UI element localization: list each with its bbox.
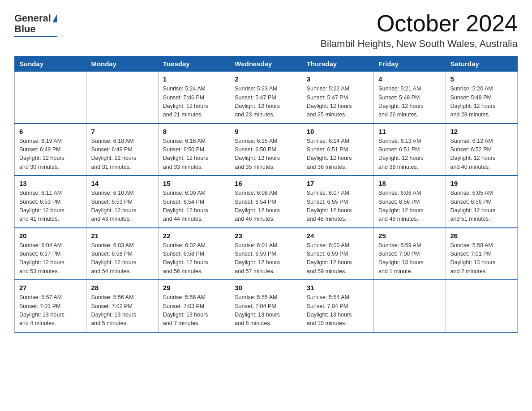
day-info: Sunrise: 6:12 AM Sunset: 6:52 PM Dayligh…: [450, 137, 513, 172]
weekday-header-tuesday: Tuesday: [158, 56, 230, 72]
calendar-cell: [374, 280, 446, 332]
day-number: 27: [19, 284, 82, 291]
day-number: 17: [307, 180, 369, 187]
day-number: 14: [91, 180, 153, 187]
day-number: 10: [307, 128, 369, 135]
calendar-cell: 11Sunrise: 6:13 AM Sunset: 6:51 PM Dayli…: [374, 124, 446, 176]
calendar-cell: 21Sunrise: 6:03 AM Sunset: 6:58 PM Dayli…: [86, 228, 158, 280]
calendar-cell: 26Sunrise: 5:58 AM Sunset: 7:01 PM Dayli…: [446, 228, 517, 280]
calendar-cell: 16Sunrise: 6:08 AM Sunset: 6:54 PM Dayli…: [230, 176, 302, 228]
weekday-header-thursday: Thursday: [302, 56, 373, 72]
day-info: Sunrise: 6:18 AM Sunset: 6:49 PM Dayligh…: [91, 137, 153, 172]
day-number: 20: [19, 232, 82, 240]
calendar-cell: 6Sunrise: 6:19 AM Sunset: 6:49 PM Daylig…: [15, 124, 86, 176]
day-info: Sunrise: 6:10 AM Sunset: 6:53 PM Dayligh…: [91, 189, 153, 224]
logo-blue-text: Blue: [14, 23, 36, 35]
day-number: 2: [235, 75, 297, 83]
calendar-cell: 20Sunrise: 6:04 AM Sunset: 6:57 PM Dayli…: [15, 228, 86, 280]
weekday-header-friday: Friday: [374, 56, 446, 72]
logo: General Blue: [14, 13, 57, 37]
calendar-cell: 3Sunrise: 5:22 AM Sunset: 5:47 PM Daylig…: [302, 72, 373, 124]
day-number: 12: [450, 128, 513, 135]
day-info: Sunrise: 5:56 AM Sunset: 7:03 PM Dayligh…: [163, 293, 225, 328]
page-header: General Blue October 2024 Bilambil Heigh…: [14, 11, 518, 50]
day-info: Sunrise: 5:21 AM Sunset: 5:48 PM Dayligh…: [378, 85, 441, 120]
day-number: 1: [163, 75, 225, 83]
calendar-cell: 29Sunrise: 5:56 AM Sunset: 7:03 PM Dayli…: [158, 280, 230, 332]
day-number: 6: [19, 128, 82, 135]
month-title: October 2024: [320, 11, 518, 36]
logo-triangle-icon: [52, 14, 57, 22]
calendar-cell: 17Sunrise: 6:07 AM Sunset: 6:55 PM Dayli…: [302, 176, 373, 228]
day-number: 7: [91, 128, 153, 135]
day-number: 15: [163, 180, 225, 187]
weekday-header-row: SundayMondayTuesdayWednesdayThursdayFrid…: [15, 56, 518, 72]
day-number: 22: [163, 232, 225, 240]
calendar-cell: 24Sunrise: 6:00 AM Sunset: 6:59 PM Dayli…: [302, 228, 373, 280]
day-number: 5: [450, 75, 513, 83]
day-info: Sunrise: 6:11 AM Sunset: 6:53 PM Dayligh…: [19, 189, 82, 224]
day-info: Sunrise: 6:03 AM Sunset: 6:58 PM Dayligh…: [91, 241, 153, 276]
day-number: 4: [378, 75, 441, 83]
day-info: Sunrise: 6:04 AM Sunset: 6:57 PM Dayligh…: [19, 241, 82, 276]
day-info: Sunrise: 6:08 AM Sunset: 6:54 PM Dayligh…: [235, 189, 297, 224]
day-info: Sunrise: 5:55 AM Sunset: 7:04 PM Dayligh…: [235, 293, 297, 328]
calendar-cell: 18Sunrise: 6:06 AM Sunset: 6:56 PM Dayli…: [374, 176, 446, 228]
calendar-cell: 2Sunrise: 5:23 AM Sunset: 5:47 PM Daylig…: [230, 72, 302, 124]
calendar-cell: 4Sunrise: 5:21 AM Sunset: 5:48 PM Daylig…: [374, 72, 446, 124]
day-info: Sunrise: 6:00 AM Sunset: 6:59 PM Dayligh…: [307, 241, 369, 276]
day-info: Sunrise: 6:19 AM Sunset: 6:49 PM Dayligh…: [19, 137, 82, 172]
calendar-cell: [15, 72, 86, 124]
day-number: 3: [307, 75, 369, 83]
day-number: 30: [235, 284, 297, 291]
day-info: Sunrise: 5:58 AM Sunset: 7:01 PM Dayligh…: [450, 241, 513, 276]
day-number: 21: [91, 232, 153, 240]
day-info: Sunrise: 5:59 AM Sunset: 7:00 PM Dayligh…: [378, 241, 441, 276]
day-number: 13: [19, 180, 82, 187]
calendar-cell: 30Sunrise: 5:55 AM Sunset: 7:04 PM Dayli…: [230, 280, 302, 332]
day-number: 18: [378, 180, 441, 187]
day-info: Sunrise: 5:23 AM Sunset: 5:47 PM Dayligh…: [235, 85, 297, 120]
day-number: 23: [235, 232, 297, 240]
calendar-cell: 22Sunrise: 6:02 AM Sunset: 6:58 PM Dayli…: [158, 228, 230, 280]
calendar-cell: 13Sunrise: 6:11 AM Sunset: 6:53 PM Dayli…: [15, 176, 86, 228]
day-number: 25: [378, 232, 441, 240]
day-number: 28: [91, 284, 153, 291]
title-block: October 2024 Bilambil Heights, New South…: [320, 11, 518, 50]
calendar-header: SundayMondayTuesdayWednesdayThursdayFrid…: [15, 56, 518, 72]
weekday-header-sunday: Sunday: [15, 56, 86, 72]
day-number: 24: [307, 232, 369, 240]
day-info: Sunrise: 5:57 AM Sunset: 7:01 PM Dayligh…: [19, 293, 82, 328]
day-info: Sunrise: 5:20 AM Sunset: 5:48 PM Dayligh…: [450, 85, 513, 120]
calendar-cell: [446, 280, 517, 332]
day-info: Sunrise: 5:56 AM Sunset: 7:02 PM Dayligh…: [91, 293, 153, 328]
calendar-cell: 7Sunrise: 6:18 AM Sunset: 6:49 PM Daylig…: [86, 124, 158, 176]
day-info: Sunrise: 6:15 AM Sunset: 6:50 PM Dayligh…: [235, 137, 297, 172]
calendar-cell: [86, 72, 158, 124]
location-subtitle: Bilambil Heights, New South Wales, Austr…: [320, 38, 518, 50]
calendar-table: SundayMondayTuesdayWednesdayThursdayFrid…: [14, 56, 518, 333]
calendar-week-row: 13Sunrise: 6:11 AM Sunset: 6:53 PM Dayli…: [15, 176, 518, 228]
day-info: Sunrise: 6:13 AM Sunset: 6:51 PM Dayligh…: [378, 137, 441, 172]
calendar-cell: 23Sunrise: 6:01 AM Sunset: 6:59 PM Dayli…: [230, 228, 302, 280]
day-number: 26: [450, 232, 513, 240]
calendar-cell: 27Sunrise: 5:57 AM Sunset: 7:01 PM Dayli…: [15, 280, 86, 332]
day-number: 9: [235, 128, 297, 135]
calendar-body: 1Sunrise: 5:24 AM Sunset: 5:46 PM Daylig…: [15, 72, 518, 332]
day-number: 19: [450, 180, 513, 187]
calendar-week-row: 27Sunrise: 5:57 AM Sunset: 7:01 PM Dayli…: [15, 280, 518, 332]
day-info: Sunrise: 6:14 AM Sunset: 6:51 PM Dayligh…: [307, 137, 369, 172]
day-number: 29: [163, 284, 225, 291]
calendar-cell: 12Sunrise: 6:12 AM Sunset: 6:52 PM Dayli…: [446, 124, 517, 176]
calendar-cell: 31Sunrise: 5:54 AM Sunset: 7:04 PM Dayli…: [302, 280, 373, 332]
day-info: Sunrise: 5:22 AM Sunset: 5:47 PM Dayligh…: [307, 85, 369, 120]
day-info: Sunrise: 6:06 AM Sunset: 6:56 PM Dayligh…: [378, 189, 441, 224]
calendar-week-row: 6Sunrise: 6:19 AM Sunset: 6:49 PM Daylig…: [15, 124, 518, 176]
day-info: Sunrise: 6:07 AM Sunset: 6:55 PM Dayligh…: [307, 189, 369, 224]
calendar-cell: 14Sunrise: 6:10 AM Sunset: 6:53 PM Dayli…: [86, 176, 158, 228]
calendar-cell: 25Sunrise: 5:59 AM Sunset: 7:00 PM Dayli…: [374, 228, 446, 280]
day-info: Sunrise: 6:09 AM Sunset: 6:54 PM Dayligh…: [163, 189, 225, 224]
day-number: 8: [163, 128, 225, 135]
logo-underline: [14, 36, 57, 37]
calendar-week-row: 1Sunrise: 5:24 AM Sunset: 5:46 PM Daylig…: [15, 72, 518, 124]
